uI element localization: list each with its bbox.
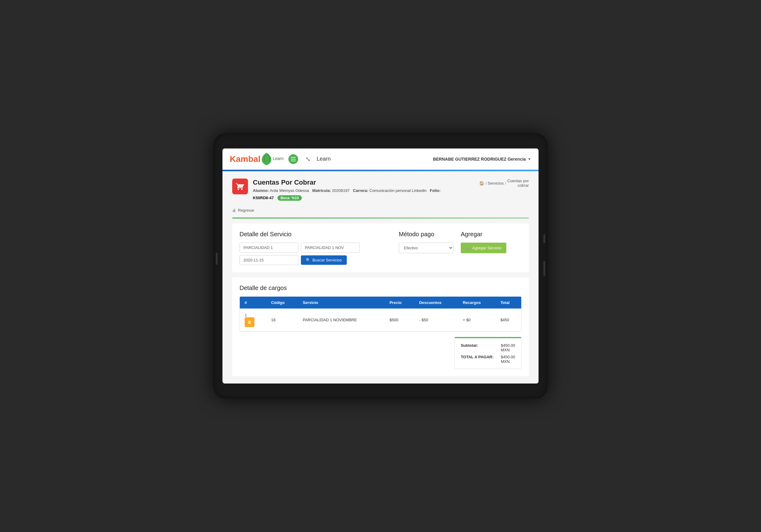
agregar-btn-label: Agregar Servicio (472, 246, 501, 250)
cell-descuentos: - $50 (414, 308, 458, 332)
col-total: Total (496, 297, 521, 308)
breadcrumb: 🏠 / Servicios / Cuentas porcobrar (479, 179, 529, 187)
metodo-pago-section: Método pago Efectivo Tarjeta Transferenc… (399, 231, 453, 253)
carrera-value: Comunicación personal Linkedin (370, 188, 427, 193)
col-num: # (240, 297, 266, 308)
agregar-servicio-button[interactable]: 🛒 Agregar Servicio (461, 242, 506, 253)
cell-precio: $500 (385, 308, 414, 332)
parcialidad-input-1[interactable] (240, 242, 298, 253)
page-header: Cuentas Por Cobrar Alumno: Arda Wemyss O… (232, 179, 441, 201)
logo-leaf-icon (261, 152, 272, 166)
cell-servicio: PARCIALIDAD 1 NOVIEMBRE (298, 308, 385, 332)
breadcrumb-servicios: Servicios (488, 181, 504, 186)
page-title: Cuentas Por Cobrar (253, 179, 441, 186)
total-label: TOTAL A PAGAR: (461, 355, 494, 364)
cart-add-icon: 🛒 (466, 246, 470, 250)
agregar-label: Agregar (461, 231, 521, 238)
table-body: 1 🗑 18 PARCIALIDAD 1 NOVIEMBRE $500 - $5… (240, 308, 521, 332)
expand-icon[interactable]: ⤡ (306, 155, 311, 163)
cell-total: $450 (496, 308, 521, 332)
back-icon: 🖨 (232, 208, 236, 213)
cargos-table-container: # Código Servicio Precio Descuentos Reca… (240, 296, 521, 332)
hamburger-button[interactable] (288, 154, 298, 164)
date-input[interactable] (240, 255, 298, 265)
cargos-title: Detalle de cargos (240, 285, 521, 292)
parcialidad-input-2[interactable] (301, 242, 360, 253)
logo-text-kambal: Kambal (230, 154, 261, 164)
delete-row-button[interactable]: 🗑 (245, 317, 254, 327)
cell-num: 1 🗑 (240, 308, 266, 332)
cargos-table: # Código Servicio Precio Descuentos Reca… (240, 297, 521, 332)
cart-icon (236, 182, 244, 191)
summary-box: Subtotal: $450.00 MXN TOTAL A PAGAR: $45… (454, 337, 521, 369)
buscar-servicios-button[interactable]: 🔍 Buscar Servicios (301, 255, 347, 265)
cell-codigo: 18 (266, 308, 298, 332)
total-value: $450.00 MXN (501, 355, 515, 364)
matricula-label: Matrícula: (313, 188, 331, 193)
service-inputs: 🔍 Buscar Servicios (240, 242, 391, 265)
service-section: Detalle del Servicio 🔍 Buscar Servicios (232, 224, 529, 272)
user-name: BERNABE GUTIERREZ RODRIGUEZ Gerencia (433, 157, 526, 162)
summary-content: Subtotal: $450.00 MXN TOTAL A PAGAR: $45… (455, 338, 521, 369)
beca-badge: Beca: %10 (277, 195, 302, 201)
service-section-title: Detalle del Servicio (240, 231, 391, 238)
navbar: Kambal Learn ⤡ Learn BERNABE GUTIERREZ (222, 148, 539, 170)
table-row: 1 🗑 18 PARCIALIDAD 1 NOVIEMBRE $500 - $5… (240, 308, 521, 332)
green-separator (232, 217, 529, 219)
nav-learn-label: Learn (317, 156, 331, 162)
content-area: Cuentas Por Cobrar Alumno: Arda Wemyss O… (222, 171, 539, 384)
col-precio: Precio (385, 297, 414, 308)
user-menu[interactable]: BERNABE GUTIERREZ RODRIGUEZ Gerencia ▼ (433, 157, 531, 162)
breadcrumb-cuentas: Cuentas porcobrar (507, 179, 529, 187)
subtotal-value: $450.00 MXN (501, 343, 515, 352)
chevron-down-icon: ▼ (528, 157, 531, 161)
home-icon: 🏠 (479, 181, 484, 186)
folio-value: K50RD8-47 (253, 195, 274, 200)
page-subtitle: Alumno: Arda Wemyss Odessa Matrícula: 20… (253, 187, 441, 194)
total-row: TOTAL A PAGAR: $450.00 MXN (461, 355, 515, 364)
agregar-section: Agregar 🛒 Agregar Servicio (461, 231, 521, 253)
carrera-label: Carrera: (353, 188, 368, 193)
folio-row: K50RD8-47 Beca: %10 (253, 195, 441, 201)
cell-recargos: + $0 (458, 308, 496, 332)
subtotal-row: Subtotal: $450.00 MXN (461, 343, 515, 352)
subtotal-label: Subtotal: (461, 343, 478, 352)
table-header: # Código Servicio Precio Descuentos Reca… (240, 297, 521, 308)
matricula-value: 20208197 (332, 188, 350, 193)
col-recargos: Recargos (458, 297, 496, 308)
summary-area: Subtotal: $450.00 MXN TOTAL A PAGAR: $45… (240, 337, 521, 369)
col-servicio: Servicio (298, 297, 385, 308)
search-icon: 🔍 (306, 258, 311, 262)
metodo-select[interactable]: Efectivo Tarjeta Transferencia (399, 242, 453, 253)
back-label: Regresar (238, 208, 254, 213)
alumno-label: Alumno: (253, 188, 269, 193)
back-link[interactable]: 🖨 Regresar (232, 208, 529, 213)
cargos-section: Detalle de cargos # Código Servicio Prec… (232, 277, 529, 376)
alumno-value: Arda Wemyss Odessa (270, 188, 309, 193)
logo-area: Kambal Learn (230, 152, 283, 166)
col-descuentos: Descuentos (414, 297, 458, 308)
metodo-label: Método pago (399, 231, 453, 238)
logo-text-learn: Learn (272, 156, 283, 161)
folio-label: Folio: (430, 188, 440, 193)
page-icon (232, 179, 248, 194)
buscar-label: Buscar Servicios (313, 258, 342, 262)
page-title-area: Cuentas Por Cobrar Alumno: Arda Wemyss O… (253, 179, 441, 201)
service-detail-left: Detalle del Servicio 🔍 Buscar Servicios (240, 231, 391, 265)
col-codigo: Código (266, 297, 298, 308)
